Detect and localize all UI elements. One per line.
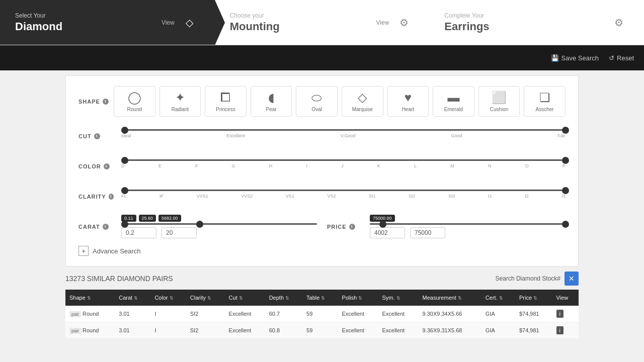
clarity-thumb-min[interactable]: [121, 187, 128, 194]
cut-label: CUT i: [78, 133, 114, 139]
shape-round[interactable]: ◯ Round: [114, 86, 155, 117]
reset-label: Reset: [617, 54, 634, 62]
breadcrumb-step-mounting[interactable]: Choose your Mounting View ⚙: [215, 0, 430, 45]
carat-inputs: [121, 227, 317, 238]
carat-fill: [121, 223, 317, 225]
row-color: I: [150, 306, 186, 322]
table-header: Shape⇅ Carat⇅ Color⇅ Clarity⇅ Cut⇅ Depth…: [65, 290, 579, 306]
breadcrumb-step-earrings[interactable]: Complete Your Earrings ⚙: [429, 0, 644, 45]
row-depth: 60.8: [265, 322, 302, 339]
shape-radiant[interactable]: ✦ Radiant: [159, 86, 201, 117]
view-button-0[interactable]: i: [556, 310, 564, 318]
col-measurement[interactable]: Measurement⇅: [419, 290, 481, 306]
carat-badge-1: 25.60: [139, 215, 156, 222]
col-carat[interactable]: Carat⇅: [115, 290, 150, 306]
color-f: F: [195, 163, 198, 168]
row-table: 59: [302, 322, 338, 339]
cut-thumb-min[interactable]: [121, 127, 128, 134]
price-track: [370, 223, 566, 225]
col-table[interactable]: Table⇅: [302, 290, 338, 306]
breadcrumb-nav: Select Your Diamond View ◇ Choose your M…: [0, 0, 644, 45]
cushion-icon: ⬜: [492, 90, 507, 105]
price-thumb-min[interactable]: [379, 221, 386, 228]
clarity-si1: SI1: [369, 194, 376, 199]
col-clarity[interactable]: Clarity⇅: [186, 290, 225, 306]
shape-info-icon[interactable]: i: [103, 99, 109, 105]
view-btn-diamond[interactable]: View: [162, 19, 175, 26]
col-cert[interactable]: Cert.⇅: [481, 290, 515, 306]
radiant-icon: ✦: [175, 90, 185, 105]
price-inputs: [370, 227, 566, 238]
cut-filter-row: CUT i Ideal Excellent V.Good Good Fair: [78, 124, 566, 148]
cut-labels: Ideal Excellent V.Good Good Fair: [121, 133, 566, 138]
col-price[interactable]: Price⇅: [515, 290, 552, 306]
row-carat: 3.01: [115, 306, 150, 322]
color-n: N: [488, 163, 492, 168]
color-slider[interactable]: D E F G H I J K L M N O P: [121, 154, 566, 178]
toolbar: 💾 Save Search ↺ Reset: [0, 45, 644, 70]
cut-track: [121, 129, 566, 131]
cut-thumb-max[interactable]: [562, 127, 569, 134]
carat-thumb-max[interactable]: [196, 221, 203, 228]
results-table: Shape⇅ Carat⇅ Color⇅ Clarity⇅ Cut⇅ Depth…: [65, 290, 579, 339]
row-view[interactable]: i: [552, 322, 579, 339]
shape-pear[interactable]: ◖ Pear: [251, 86, 292, 117]
col-polish[interactable]: Polish⇅: [338, 290, 378, 306]
carat-max-input[interactable]: [162, 227, 197, 238]
cut-info-icon[interactable]: i: [94, 133, 100, 139]
advance-search-button[interactable]: + Advance Search: [78, 246, 566, 256]
row-clarity: SI2: [186, 306, 225, 322]
view-btn-mounting[interactable]: View: [376, 19, 389, 26]
breadcrumb-step-diamond[interactable]: Select Your Diamond View ◇: [0, 0, 215, 45]
color-thumb-max[interactable]: [562, 157, 569, 164]
carat-slider-wrap: 0.11 25.60 5682.00: [121, 215, 317, 238]
color-l: L: [414, 163, 417, 168]
col-sym[interactable]: Sym.⇅: [378, 290, 418, 306]
row-price: $74,981: [515, 322, 552, 339]
col-color[interactable]: Color⇅: [150, 290, 186, 306]
round-icon: ◯: [128, 90, 141, 105]
search-stock-button[interactable]: Search Diamond Stock# ✕: [496, 272, 579, 286]
color-info-icon[interactable]: i: [104, 163, 110, 169]
filter-panel: SHAPE i ◯ Round ✦ Radiant ⧠ Princess ◖ P…: [65, 75, 579, 266]
row-cut: Excellent: [225, 322, 265, 339]
price-max-input[interactable]: [410, 227, 445, 238]
row-view[interactable]: i: [552, 306, 579, 322]
color-thumb-min[interactable]: [121, 157, 128, 164]
cut-fill: [121, 129, 566, 131]
col-depth[interactable]: Depth⇅: [265, 290, 302, 306]
view-button-1[interactable]: i: [556, 326, 564, 334]
carat-thumb-min[interactable]: [121, 221, 128, 228]
col-shape[interactable]: Shape⇅: [65, 290, 115, 306]
color-m: M: [450, 163, 454, 168]
clarity-slider[interactable]: FL IF VVS1 VVS2 VS1 VS2 SI1 SI2 SI3 I1 I…: [121, 185, 566, 209]
clarity-thumb-max[interactable]: [562, 187, 569, 194]
princess-icon: ⧠: [219, 90, 231, 105]
shape-emerald[interactable]: ▬ Emerald: [433, 86, 474, 117]
save-search-button[interactable]: 💾 Save Search: [551, 54, 599, 62]
clarity-info-icon[interactable]: i: [109, 194, 114, 200]
clarity-if: IF: [159, 194, 164, 199]
carat-info-icon[interactable]: i: [103, 224, 109, 230]
row-sym: Excellent: [378, 322, 418, 339]
row-table: 59: [302, 306, 338, 322]
emerald-icon: ▬: [447, 90, 459, 105]
clarity-fl: FL: [121, 194, 127, 199]
carat-min-input[interactable]: [121, 227, 156, 238]
price-info-icon[interactable]: i: [349, 224, 355, 230]
price-min-input[interactable]: [370, 227, 405, 238]
shape-cushion[interactable]: ⬜ Cushion: [478, 86, 520, 117]
results-header: 13273 SIMILAR DIAMOND PAIRS Search Diamo…: [65, 272, 579, 286]
shape-marquise[interactable]: ◇ Marquise: [342, 86, 383, 117]
shape-asscher[interactable]: ❏ Asscher: [524, 86, 566, 117]
shape-princess[interactable]: ⧠ Princess: [205, 86, 247, 117]
shape-oval[interactable]: ⬭ Oval: [296, 86, 338, 117]
col-cut[interactable]: Cut⇅: [225, 290, 265, 306]
reset-button[interactable]: ↺ Reset: [609, 54, 634, 62]
step-text-mounting: Choose your Mounting: [230, 12, 376, 33]
cut-slider[interactable]: Ideal Excellent V.Good Good Fair: [121, 124, 566, 148]
pear-icon: ◖: [268, 90, 275, 105]
shape-heart[interactable]: ♥ Heart: [387, 86, 429, 117]
color-h: H: [269, 163, 273, 168]
price-thumb-max[interactable]: [562, 221, 569, 228]
